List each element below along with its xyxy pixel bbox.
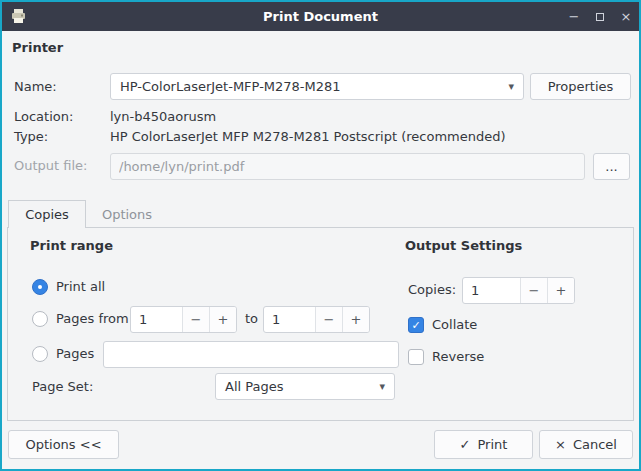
print-range-heading: Print range [30, 238, 113, 254]
type-value: HP ColorLaserJet MFP M278-M281 Postscrip… [110, 129, 506, 145]
pages-from-label[interactable]: Pages from [56, 311, 129, 327]
browse-button[interactable]: ... [593, 153, 630, 180]
location-label: Location: [14, 109, 73, 125]
copies-value[interactable]: 1 [463, 278, 520, 303]
copies-label: Copies: [408, 282, 456, 298]
chevron-down-icon: ▾ [379, 380, 385, 393]
print-button[interactable]: ✓ Print [434, 430, 533, 459]
tab-copies[interactable]: Copies [8, 200, 86, 228]
output-file-label: Output file: [14, 158, 87, 174]
printer-name-combobox[interactable]: HP-ColorLaserJet-MFP-M278-M281 ▾ [110, 73, 524, 100]
pages-label[interactable]: Pages [56, 346, 94, 362]
copies-minus-button[interactable]: − [520, 278, 547, 303]
pages-to-label: to [245, 311, 258, 327]
properties-button[interactable]: Properties [530, 73, 631, 100]
cancel-button[interactable]: × Cancel [539, 430, 633, 459]
maximize-icon [596, 13, 604, 21]
minimize-icon: − [569, 9, 580, 24]
options-toggle-button[interactable]: Options << [8, 430, 119, 459]
output-settings-heading: Output Settings [405, 238, 522, 254]
location-value: lyn-b450aorusm [110, 109, 216, 125]
print-button-label: Print [478, 437, 508, 452]
close-button[interactable]: × [617, 8, 635, 26]
print-all-label[interactable]: Print all [56, 279, 105, 295]
pages-from-plus-button[interactable]: + [209, 307, 236, 332]
name-label: Name: [14, 79, 57, 95]
printer-section-heading: Printer [12, 40, 63, 56]
pages-from-value[interactable]: 1 [131, 307, 182, 332]
output-file-input [110, 153, 585, 180]
collate-label[interactable]: Collate [432, 317, 477, 333]
pages-to-minus-button[interactable]: − [315, 307, 342, 332]
page-set-label: Page Set: [32, 379, 93, 395]
pages-from-radio[interactable] [32, 311, 48, 327]
window-title: Print Document [2, 2, 639, 31]
titlebar[interactable]: Print Document − × [2, 2, 639, 31]
copies-plus-button[interactable]: + [547, 278, 574, 303]
page-set-combobox[interactable]: All Pages ▾ [215, 373, 395, 400]
maximize-button[interactable] [591, 8, 609, 26]
pages-to-plus-button[interactable]: + [342, 307, 369, 332]
minimize-button[interactable]: − [565, 8, 583, 26]
pages-radio[interactable] [32, 346, 48, 362]
close-icon: × [555, 437, 566, 452]
print-all-radio[interactable] [32, 279, 48, 295]
pages-to-spinbox: 1 − + [263, 306, 370, 333]
cancel-button-label: Cancel [573, 437, 617, 452]
reverse-checkbox[interactable] [408, 349, 424, 365]
pages-from-minus-button[interactable]: − [182, 307, 209, 332]
check-icon: ✓ [411, 319, 420, 332]
pages-from-spinbox: 1 − + [130, 306, 237, 333]
copies-spinbox: 1 − + [462, 277, 575, 304]
collate-checkbox[interactable]: ✓ [408, 317, 424, 333]
close-icon: × [621, 9, 632, 24]
printer-name-value: HP-ColorLaserJet-MFP-M278-M281 [120, 79, 341, 94]
pages-to-value[interactable]: 1 [264, 307, 315, 332]
page-set-value: All Pages [225, 379, 284, 394]
chevron-down-icon: ▾ [508, 80, 514, 93]
tab-options[interactable]: Options [86, 200, 168, 228]
type-label: Type: [14, 129, 48, 145]
pages-input[interactable] [103, 341, 399, 368]
reverse-label[interactable]: Reverse [432, 349, 484, 365]
check-icon: ✓ [460, 437, 471, 452]
print-dialog-window: Print Document − × Printer Name: HP-Colo… [0, 0, 641, 471]
